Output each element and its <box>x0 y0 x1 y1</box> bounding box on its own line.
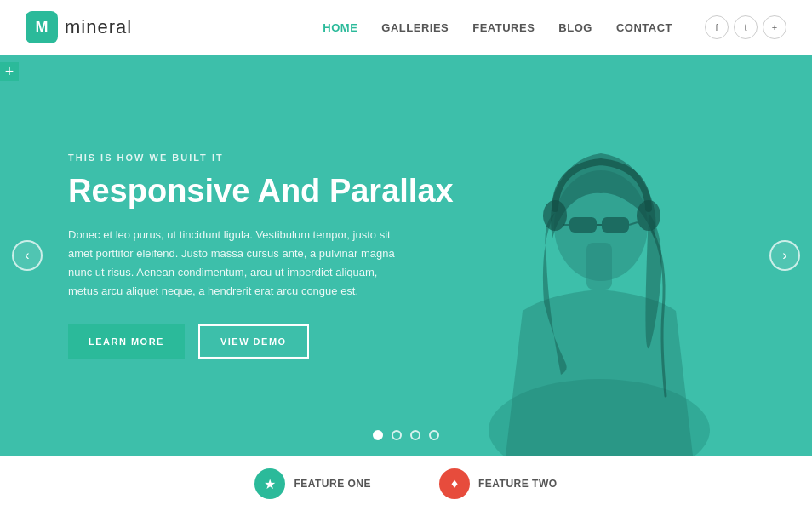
slider-dots <box>373 430 439 440</box>
hero-image <box>437 72 761 456</box>
google-plus-icon[interactable]: + <box>763 15 786 39</box>
logo[interactable]: M mineral <box>26 11 132 43</box>
slider-dot-2[interactable] <box>392 430 402 440</box>
site-header: M mineral HOME GALLERIES FEATURES BLOG C… <box>0 0 812 55</box>
main-nav: HOME GALLERIES FEATURES BLOG CONTACT f t… <box>323 15 786 39</box>
slider-dot-4[interactable] <box>429 430 439 440</box>
bottom-strip: ★ FEATURE ONE ♦ FEATURE TWO <box>0 456 812 511</box>
strip-icon-2: ♦ <box>439 468 470 499</box>
slider-next-button[interactable]: › <box>769 240 800 271</box>
twitter-icon[interactable]: t <box>734 15 758 39</box>
nav-home[interactable]: HOME <box>323 21 357 34</box>
slider-dot-3[interactable] <box>410 430 420 440</box>
hero-section: + <box>0 55 812 456</box>
strip-label-1: FEATURE ONE <box>294 478 371 490</box>
slider-prev-button[interactable]: ‹ <box>12 240 43 271</box>
hero-buttons: LEARN MORE VIEW DEMO <box>68 324 454 359</box>
strip-item-1: ★ FEATURE ONE <box>254 468 371 499</box>
slider-dot-1[interactable] <box>373 430 383 440</box>
nav-contact[interactable]: CONTACT <box>616 21 672 34</box>
nav-features[interactable]: FEATURES <box>472 21 535 34</box>
nav-blog[interactable]: BLOG <box>558 21 592 34</box>
svg-rect-3 <box>569 217 597 233</box>
strip-label-2: FEATURE TWO <box>478 478 558 490</box>
hero-content: THIS IS HOW WE BUILT IT Responsive And P… <box>68 152 454 359</box>
hero-description: Donec et leo purus, ut tincidunt ligula.… <box>68 226 409 301</box>
strip-item-2: ♦ FEATURE TWO <box>439 468 558 499</box>
learn-more-button[interactable]: LEARN MORE <box>68 324 185 359</box>
logo-text: mineral <box>65 16 132 38</box>
hero-subtitle: THIS IS HOW WE BUILT IT <box>68 152 454 163</box>
plus-button[interactable]: + <box>0 62 19 81</box>
svg-point-9 <box>637 200 660 231</box>
strip-icon-1: ★ <box>254 468 285 499</box>
nav-galleries[interactable]: GALLERIES <box>381 21 449 34</box>
view-demo-button[interactable]: VIEW DEMO <box>198 324 309 359</box>
logo-icon: M <box>26 11 58 43</box>
svg-point-8 <box>543 200 567 231</box>
facebook-icon[interactable]: f <box>705 15 729 39</box>
social-icons: f t + <box>705 15 786 39</box>
hero-title: Responsive And Parallax <box>68 173 454 210</box>
logo-letter: M <box>36 19 49 37</box>
svg-rect-4 <box>602 217 629 233</box>
